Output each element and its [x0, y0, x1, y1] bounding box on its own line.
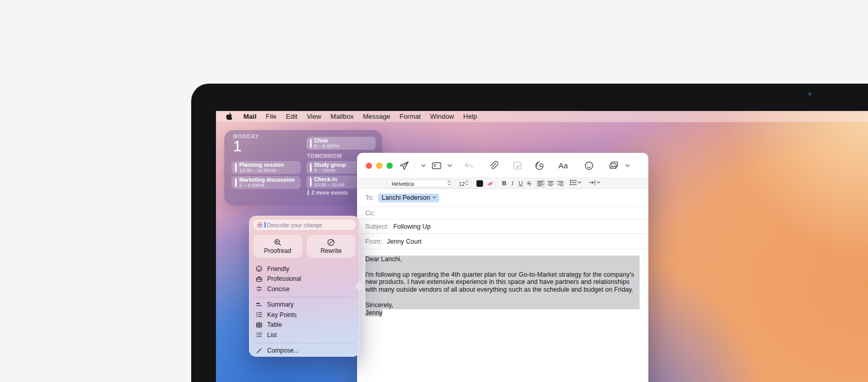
proofread-button[interactable]: Proofread — [253, 235, 302, 258]
event-time: 8 – 8:45PM — [314, 144, 339, 149]
bold-button[interactable]: B — [501, 180, 508, 187]
menu-item-table[interactable]: Table — [253, 320, 355, 330]
menu-message[interactable]: Message — [358, 111, 395, 122]
widget-day-number: 1 — [233, 138, 242, 154]
concise-icon — [256, 285, 262, 292]
input-placeholder: Describe your change — [267, 222, 322, 228]
cc-field[interactable]: Cc: — [357, 207, 648, 219]
send-button[interactable] — [398, 160, 410, 171]
blank-line — [365, 294, 640, 301]
menu-window[interactable]: Window — [425, 111, 458, 122]
align-left-button[interactable] — [536, 180, 545, 187]
event-marketing-discussion[interactable]: Marketing discussion 2 – 3:30PM — [231, 176, 301, 189]
emoji-button[interactable] — [583, 160, 595, 171]
text-background-color-swatch[interactable] — [476, 180, 483, 187]
from-value: Jenny Court — [387, 238, 422, 245]
event-choir[interactable]: Choir 8 – 8:45PM — [306, 137, 376, 150]
align-right-button[interactable] — [556, 180, 565, 187]
header-fields-button[interactable] — [431, 160, 442, 171]
menu-mail[interactable]: Mail — [239, 111, 261, 122]
more-events[interactable]: 2 more events — [307, 189, 348, 196]
menu-divider — [254, 297, 355, 297]
reply-button — [463, 160, 474, 171]
cc-label: Cc: — [365, 210, 375, 217]
close-button[interactable] — [366, 163, 372, 169]
more-events-label: 2 more events — [312, 189, 348, 196]
signature-line: Jenny — [365, 309, 640, 317]
selected-text: Dear Lanchi, I'm following up regarding … — [365, 256, 640, 309]
header-fields-chevron-icon[interactable] — [444, 160, 455, 171]
describe-change-input[interactable]: Describe your change — [253, 220, 355, 230]
subject-field[interactable]: Subject: Following Up — [357, 219, 648, 234]
italic-button[interactable]: I — [509, 180, 516, 187]
blank-line — [365, 263, 640, 271]
compose-pencil-icon — [256, 347, 262, 354]
apple-logo-icon[interactable] — [226, 113, 234, 121]
event-planning-session[interactable]: Planning session 10:30 – 11:30AM — [231, 161, 301, 174]
menu-item-label: Compose... — [267, 347, 299, 354]
align-center-button[interactable] — [546, 180, 555, 187]
menu-item-label: Key Points — [267, 311, 297, 319]
event-time: 10:30 – 11AM — [314, 182, 344, 187]
underline-button[interactable]: U — [517, 180, 524, 187]
menu-view[interactable]: View — [302, 111, 326, 122]
menu-mailbox[interactable]: Mailbox — [326, 111, 359, 122]
strikethrough-button[interactable]: S — [525, 180, 533, 187]
key-points-icon — [256, 311, 262, 318]
format-button[interactable]: Aa — [557, 160, 569, 171]
menu-item-key-points[interactable]: Key Points — [253, 310, 355, 320]
menu-item-label: Professional — [267, 275, 301, 282]
signature-text: Jenny — [365, 309, 382, 316]
photo-browser-button[interactable] — [608, 160, 619, 171]
menu-bar: Mail File Edit View Mailbox Message Form… — [216, 111, 868, 122]
recipient-token[interactable]: Lanchi Pederson — [378, 194, 439, 202]
menu-help[interactable]: Help — [459, 111, 482, 122]
menu-format[interactable]: Format — [395, 111, 425, 122]
to-label: To: — [365, 194, 374, 201]
send-options-chevron-icon[interactable] — [417, 160, 429, 171]
briefcase-icon — [256, 276, 262, 282]
photo-browser-chevron-icon[interactable] — [622, 160, 633, 171]
font-size-stepper[interactable]: 12 — [455, 180, 471, 187]
message-body[interactable]: Dear Lanchi, I'm following up regarding … — [357, 249, 648, 316]
menu-item-compose[interactable]: Compose... — [253, 346, 355, 356]
compose-toolbar: Aa — [357, 153, 648, 178]
smiley-icon — [256, 265, 262, 272]
event-time: 2 – 3:30PM — [239, 183, 295, 188]
to-field[interactable]: To: Lanchi Pederson — [357, 189, 648, 207]
menu-item-label: List — [267, 331, 277, 339]
attach-button[interactable] — [488, 160, 499, 171]
menu-item-friendly[interactable]: Friendly — [253, 264, 355, 274]
menu-item-list[interactable]: List — [253, 330, 355, 340]
paragraph-text: I'm following up regarding the 4th quart… — [365, 271, 640, 294]
greeting-line: Dear Lanchi, — [365, 256, 640, 263]
menu-item-concise[interactable]: Concise — [253, 284, 355, 294]
format-bar: Helvetica 12 a B I U S — [357, 178, 648, 189]
font-family-select[interactable]: Helvetica — [388, 180, 453, 187]
markup-button — [512, 160, 523, 171]
recipient-name: Lanchi Pederson — [382, 194, 430, 201]
indent-button[interactable] — [589, 180, 600, 185]
menu-item-summary[interactable]: Summary — [253, 300, 355, 310]
menu-item-label: Friendly — [267, 265, 289, 273]
menu-file[interactable]: File — [261, 111, 281, 122]
stepper-icon — [465, 180, 469, 187]
menu-edit[interactable]: Edit — [281, 111, 302, 122]
mail-compose-window: Aa Helvetica — [357, 153, 648, 382]
rewrite-button[interactable]: Rewrite — [307, 235, 356, 258]
font-family-value: Helvetica — [392, 181, 414, 187]
menu-item-professional[interactable]: Professional — [253, 274, 355, 284]
font-size-value: 12 — [459, 181, 465, 187]
zoom-button[interactable] — [386, 163, 393, 169]
from-field[interactable]: From: Jenny Court — [357, 234, 648, 249]
token-chevron-icon — [432, 196, 436, 199]
list-style-button[interactable] — [570, 180, 581, 185]
window-controls — [366, 163, 393, 169]
minimize-button[interactable] — [376, 163, 382, 169]
font-color-button[interactable]: a — [487, 179, 494, 187]
event-color-bar — [310, 163, 312, 172]
apple-intelligence-button[interactable] — [534, 160, 545, 171]
menu-item-label: Table — [267, 321, 282, 328]
closing-line: Sincerely, — [365, 301, 640, 309]
writing-tools-popup: Describe your change Proofread Rewrite — [249, 216, 360, 357]
